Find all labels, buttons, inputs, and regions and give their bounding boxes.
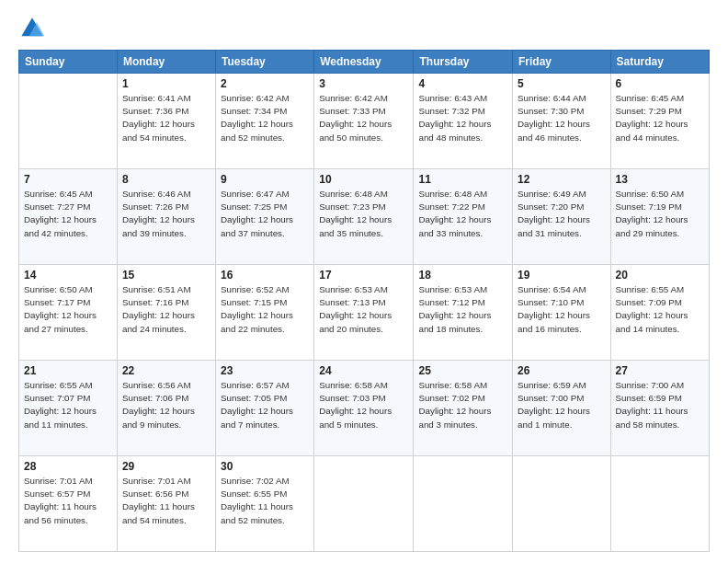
day-number: 17 [319, 269, 408, 282]
day-info: Sunrise: 7:01 AMSunset: 6:57 PMDaylight:… [24, 475, 112, 527]
day-number: 11 [418, 173, 507, 186]
calendar-week-row: 7Sunrise: 6:45 AMSunset: 7:27 PMDaylight… [19, 169, 710, 265]
day-info: Sunrise: 6:48 AMSunset: 7:23 PMDaylight:… [319, 188, 408, 240]
day-number: 13 [616, 173, 704, 186]
day-info: Sunrise: 6:54 AMSunset: 7:10 PMDaylight:… [518, 283, 606, 336]
calendar-week-row: 28Sunrise: 7:01 AMSunset: 6:57 PMDayligh… [19, 456, 710, 552]
day-info: Sunrise: 6:45 AMSunset: 7:29 PMDaylight:… [616, 92, 704, 144]
calendar-week-row: 1Sunrise: 6:41 AMSunset: 7:36 PMDaylight… [19, 74, 710, 169]
day-info: Sunrise: 6:57 AMSunset: 7:05 PMDaylight:… [221, 379, 309, 431]
day-info: Sunrise: 6:55 AMSunset: 7:09 PMDaylight:… [616, 283, 704, 336]
day-info: Sunrise: 6:42 AMSunset: 7:34 PMDaylight:… [221, 92, 309, 144]
day-of-week-header: Monday [117, 51, 215, 74]
day-info: Sunrise: 6:47 AMSunset: 7:25 PMDaylight:… [221, 188, 309, 240]
calendar-cell: 12Sunrise: 6:49 AMSunset: 7:20 PMDayligh… [513, 169, 611, 265]
day-info: Sunrise: 6:58 AMSunset: 7:03 PMDaylight:… [319, 379, 408, 431]
calendar-cell: 27Sunrise: 7:00 AMSunset: 6:59 PMDayligh… [610, 361, 709, 456]
day-number: 30 [221, 460, 309, 473]
day-number: 21 [24, 364, 112, 377]
calendar-cell: 1Sunrise: 6:41 AMSunset: 7:36 PMDaylight… [117, 74, 215, 169]
day-of-week-header: Sunday [19, 51, 118, 74]
day-info: Sunrise: 6:42 AMSunset: 7:33 PMDaylight:… [319, 92, 408, 144]
calendar-cell: 13Sunrise: 6:50 AMSunset: 7:19 PMDayligh… [610, 169, 709, 265]
day-number: 28 [24, 460, 112, 473]
day-number: 15 [122, 269, 210, 282]
day-number: 1 [122, 77, 210, 90]
day-of-week-header: Friday [513, 51, 611, 74]
calendar-cell: 6Sunrise: 6:45 AMSunset: 7:29 PMDaylight… [610, 74, 709, 169]
calendar-cell: 17Sunrise: 6:53 AMSunset: 7:13 PMDayligh… [314, 265, 414, 361]
calendar-cell [513, 456, 611, 552]
calendar-cell: 4Sunrise: 6:43 AMSunset: 7:32 PMDaylight… [414, 74, 513, 169]
day-of-week-header: Saturday [610, 51, 709, 74]
calendar-cell: 20Sunrise: 6:55 AMSunset: 7:09 PMDayligh… [610, 265, 709, 361]
logo [18, 15, 50, 42]
calendar-cell: 22Sunrise: 6:56 AMSunset: 7:06 PMDayligh… [117, 361, 215, 456]
day-of-week-header: Tuesday [216, 51, 314, 74]
day-info: Sunrise: 6:53 AMSunset: 7:12 PMDaylight:… [418, 283, 507, 336]
day-info: Sunrise: 7:01 AMSunset: 6:56 PMDaylight:… [122, 475, 210, 527]
day-number: 3 [319, 77, 408, 90]
day-number: 9 [221, 173, 309, 186]
day-number: 12 [518, 173, 606, 186]
calendar-cell: 15Sunrise: 6:51 AMSunset: 7:16 PMDayligh… [117, 265, 215, 361]
calendar-table: SundayMondayTuesdayWednesdayThursdayFrid… [18, 50, 710, 552]
calendar-cell: 23Sunrise: 6:57 AMSunset: 7:05 PMDayligh… [216, 361, 314, 456]
day-number: 2 [221, 77, 309, 90]
logo-icon [18, 15, 46, 42]
day-number: 26 [518, 364, 606, 377]
calendar-cell: 29Sunrise: 7:01 AMSunset: 6:56 PMDayligh… [117, 456, 215, 552]
day-of-week-header: Thursday [414, 51, 513, 74]
calendar-cell: 18Sunrise: 6:53 AMSunset: 7:12 PMDayligh… [414, 265, 513, 361]
day-number: 25 [418, 364, 507, 377]
day-number: 16 [221, 269, 309, 282]
day-number: 24 [319, 364, 408, 377]
calendar-cell: 5Sunrise: 6:44 AMSunset: 7:30 PMDaylight… [513, 74, 611, 169]
calendar-cell: 9Sunrise: 6:47 AMSunset: 7:25 PMDaylight… [216, 169, 314, 265]
header [18, 15, 710, 42]
day-number: 10 [319, 173, 408, 186]
calendar-week-row: 14Sunrise: 6:50 AMSunset: 7:17 PMDayligh… [19, 265, 710, 361]
day-info: Sunrise: 6:46 AMSunset: 7:26 PMDaylight:… [122, 188, 210, 240]
day-info: Sunrise: 7:02 AMSunset: 6:55 PMDaylight:… [221, 475, 309, 527]
day-info: Sunrise: 6:55 AMSunset: 7:07 PMDaylight:… [24, 379, 112, 431]
calendar-cell: 28Sunrise: 7:01 AMSunset: 6:57 PMDayligh… [19, 456, 118, 552]
day-number: 6 [616, 77, 704, 90]
day-number: 4 [418, 77, 507, 90]
day-info: Sunrise: 6:43 AMSunset: 7:32 PMDaylight:… [418, 92, 507, 144]
calendar-cell: 26Sunrise: 6:59 AMSunset: 7:00 PMDayligh… [513, 361, 611, 456]
calendar-cell [314, 456, 414, 552]
calendar-header-row: SundayMondayTuesdayWednesdayThursdayFrid… [19, 51, 710, 74]
day-info: Sunrise: 6:41 AMSunset: 7:36 PMDaylight:… [122, 92, 210, 144]
day-number: 14 [24, 269, 112, 282]
day-info: Sunrise: 6:50 AMSunset: 7:19 PMDaylight:… [616, 188, 704, 240]
day-info: Sunrise: 7:00 AMSunset: 6:59 PMDaylight:… [616, 379, 704, 431]
calendar-cell: 16Sunrise: 6:52 AMSunset: 7:15 PMDayligh… [216, 265, 314, 361]
calendar-cell [414, 456, 513, 552]
day-info: Sunrise: 6:52 AMSunset: 7:15 PMDaylight:… [221, 283, 309, 336]
calendar-cell: 24Sunrise: 6:58 AMSunset: 7:03 PMDayligh… [314, 361, 414, 456]
calendar-week-row: 21Sunrise: 6:55 AMSunset: 7:07 PMDayligh… [19, 361, 710, 456]
calendar-cell: 3Sunrise: 6:42 AMSunset: 7:33 PMDaylight… [314, 74, 414, 169]
day-number: 27 [616, 364, 704, 377]
day-number: 19 [518, 269, 606, 282]
calendar-cell: 2Sunrise: 6:42 AMSunset: 7:34 PMDaylight… [216, 74, 314, 169]
calendar-cell: 25Sunrise: 6:58 AMSunset: 7:02 PMDayligh… [414, 361, 513, 456]
day-info: Sunrise: 6:58 AMSunset: 7:02 PMDaylight:… [418, 379, 507, 431]
calendar-cell: 10Sunrise: 6:48 AMSunset: 7:23 PMDayligh… [314, 169, 414, 265]
calendar-cell [19, 74, 118, 169]
calendar-cell: 14Sunrise: 6:50 AMSunset: 7:17 PMDayligh… [19, 265, 118, 361]
day-info: Sunrise: 6:51 AMSunset: 7:16 PMDaylight:… [122, 283, 210, 336]
day-info: Sunrise: 6:53 AMSunset: 7:13 PMDaylight:… [319, 283, 408, 336]
day-of-week-header: Wednesday [314, 51, 414, 74]
day-info: Sunrise: 6:44 AMSunset: 7:30 PMDaylight:… [518, 92, 606, 144]
day-info: Sunrise: 6:45 AMSunset: 7:27 PMDaylight:… [24, 188, 112, 240]
day-number: 18 [418, 269, 507, 282]
calendar-cell: 11Sunrise: 6:48 AMSunset: 7:22 PMDayligh… [414, 169, 513, 265]
calendar-cell [610, 456, 709, 552]
day-number: 23 [221, 364, 309, 377]
day-info: Sunrise: 6:56 AMSunset: 7:06 PMDaylight:… [122, 379, 210, 431]
calendar-cell: 7Sunrise: 6:45 AMSunset: 7:27 PMDaylight… [19, 169, 118, 265]
calendar-cell: 21Sunrise: 6:55 AMSunset: 7:07 PMDayligh… [19, 361, 118, 456]
day-info: Sunrise: 6:59 AMSunset: 7:00 PMDaylight:… [518, 379, 606, 431]
